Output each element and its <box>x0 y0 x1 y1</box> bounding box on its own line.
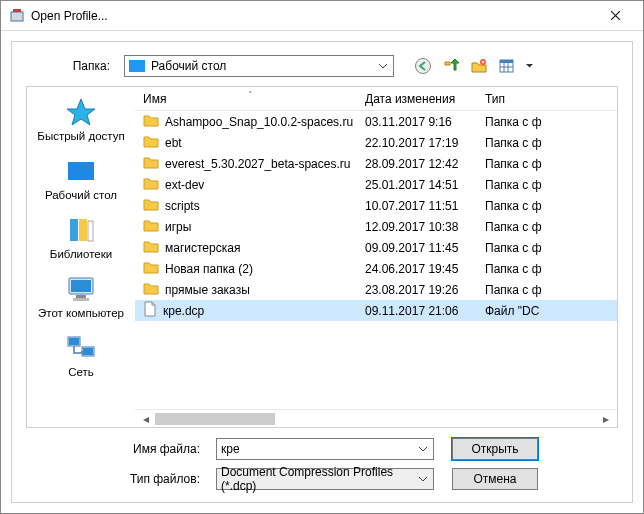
cell-name: Ashampoo_Snap_10.0.2-spaces.ru <box>135 113 365 130</box>
cell-date: 23.08.2017 19:26 <box>365 283 485 297</box>
view-menu-button[interactable] <box>496 55 518 77</box>
column-name-label: Имя <box>143 92 166 106</box>
desktop-icon <box>64 156 98 186</box>
sidebar-item-label: Сеть <box>68 366 94 378</box>
horizontal-scrollbar[interactable]: ◂ ▸ <box>135 409 617 427</box>
scroll-thumb[interactable] <box>155 413 275 425</box>
folder-label: Папка: <box>26 59 116 73</box>
file-name: магистерская <box>165 241 240 255</box>
filetype-select[interactable]: Document Compression Profiles (*.dcp) <box>216 468 434 490</box>
computer-icon <box>64 274 98 304</box>
folder-icon <box>143 239 159 256</box>
view-menu-chevron[interactable] <box>524 55 534 77</box>
file-name: игры <box>165 220 191 234</box>
cell-name: игры <box>135 218 365 235</box>
cell-type: Папка с ф <box>485 283 617 297</box>
sidebar-item-desktop[interactable]: Рабочий стол <box>29 156 133 201</box>
folder-row-item[interactable]: магистерская09.09.2017 11:45Папка с ф <box>135 237 617 258</box>
cell-type: Папка с ф <box>485 199 617 213</box>
folder-row-item[interactable]: Ashampoo_Snap_10.0.2-spaces.ru03.11.2017… <box>135 111 617 132</box>
file-row-item[interactable]: кре.dcp09.11.2017 21:06Файл "DC <box>135 300 617 321</box>
close-button[interactable] <box>595 1 635 31</box>
sidebar-item-label: Библиотеки <box>50 248 112 260</box>
cell-type: Папка с ф <box>485 220 617 234</box>
scroll-right-icon[interactable]: ▸ <box>599 412 613 426</box>
cell-type: Папка с ф <box>485 241 617 255</box>
middle-pane: Быстрый доступ Рабочий стол Библиотеки <box>26 86 618 428</box>
cell-date: 25.01.2017 14:51 <box>365 178 485 192</box>
app-icon <box>9 8 25 24</box>
chevron-down-icon <box>375 58 391 74</box>
column-date[interactable]: Дата изменения <box>365 92 485 106</box>
cell-name: scripts <box>135 197 365 214</box>
column-name[interactable]: Имя ˄ <box>135 92 365 106</box>
cell-type: Файл "DC <box>485 304 617 318</box>
folder-row-item[interactable]: ebt22.10.2017 17:19Папка с ф <box>135 132 617 153</box>
svg-rect-15 <box>76 295 86 298</box>
file-list: Имя ˄ Дата изменения Тип Ashampoo_Snap_1… <box>135 87 617 427</box>
folder-icon <box>143 155 159 172</box>
back-button[interactable] <box>412 55 434 77</box>
filetype-value: Document Compression Profiles (*.dcp) <box>221 465 429 493</box>
column-type[interactable]: Тип <box>485 92 617 106</box>
filename-value: кре <box>221 442 240 456</box>
file-icon <box>143 301 157 320</box>
svg-rect-20 <box>83 348 93 355</box>
sidebar-item-this-pc[interactable]: Этот компьютер <box>29 274 133 319</box>
folder-icon <box>143 113 159 130</box>
cell-date: 09.09.2017 11:45 <box>365 241 485 255</box>
folder-icon <box>143 218 159 235</box>
desktop-icon <box>129 60 145 72</box>
sidebar-item-libraries[interactable]: Библиотеки <box>29 215 133 260</box>
folder-row-item[interactable]: scripts10.07.2017 11:51Папка с ф <box>135 195 617 216</box>
folder-row-item[interactable]: ext-dev25.01.2017 14:51Папка с ф <box>135 174 617 195</box>
file-name: scripts <box>165 199 200 213</box>
sidebar-item-label: Этот компьютер <box>38 307 124 319</box>
folder-row-item[interactable]: everest_5.30.2027_beta-spaces.ru28.09.20… <box>135 153 617 174</box>
filetype-label: Тип файлов: <box>26 472 206 486</box>
dialog-window: Open Profile... Папка: Рабочий стол <box>0 0 644 514</box>
folder-row-item[interactable]: игры12.09.2017 10:38Папка с ф <box>135 216 617 237</box>
cell-date: 09.11.2017 21:06 <box>365 304 485 318</box>
dialog-body: Папка: Рабочий стол <box>11 41 633 503</box>
cell-name: Новая папка (2) <box>135 260 365 277</box>
folder-row: Папка: Рабочий стол <box>26 52 618 80</box>
filename-row: Имя файла: кре Открыть <box>26 438 618 460</box>
quick-access-icon <box>64 97 98 127</box>
rows-container: Ashampoo_Snap_10.0.2-spaces.ru03.11.2017… <box>135 111 617 409</box>
folder-icon <box>143 260 159 277</box>
svg-point-2 <box>416 59 431 74</box>
scroll-left-icon[interactable]: ◂ <box>139 412 153 426</box>
filename-input[interactable]: кре <box>216 438 434 460</box>
folder-row-item[interactable]: Новая папка (2)24.06.2017 19:45Папка с ф <box>135 258 617 279</box>
svg-rect-12 <box>88 221 93 241</box>
svg-rect-1 <box>13 9 21 12</box>
cell-name: ebt <box>135 134 365 151</box>
cancel-button[interactable]: Отмена <box>452 468 538 490</box>
folder-combo[interactable]: Рабочий стол <box>124 55 394 77</box>
open-button[interactable]: Открыть <box>452 438 538 460</box>
file-name: everest_5.30.2027_beta-spaces.ru <box>165 157 350 171</box>
filetype-row: Тип файлов: Document Compression Profile… <box>26 468 618 490</box>
folder-icon <box>143 134 159 151</box>
folder-icon <box>143 197 159 214</box>
cell-name: ext-dev <box>135 176 365 193</box>
svg-rect-5 <box>500 60 513 63</box>
svg-rect-0 <box>11 12 23 21</box>
svg-rect-11 <box>79 219 87 241</box>
up-button[interactable] <box>440 55 462 77</box>
file-name: Ashampoo_Snap_10.0.2-spaces.ru <box>165 115 353 129</box>
cell-date: 28.09.2017 12:42 <box>365 157 485 171</box>
folder-icon <box>143 176 159 193</box>
new-folder-button[interactable] <box>468 55 490 77</box>
cell-type: Папка с ф <box>485 157 617 171</box>
folder-row-item[interactable]: прямые заказы23.08.2017 19:26Папка с ф <box>135 279 617 300</box>
sidebar-item-network[interactable]: Сеть <box>29 333 133 378</box>
chevron-down-icon <box>415 471 431 487</box>
file-name: ebt <box>165 136 182 150</box>
sidebar-item-quick-access[interactable]: Быстрый доступ <box>29 97 133 142</box>
toolbar <box>412 55 534 77</box>
cell-name: everest_5.30.2027_beta-spaces.ru <box>135 155 365 172</box>
svg-rect-10 <box>70 219 78 241</box>
cell-date: 22.10.2017 17:19 <box>365 136 485 150</box>
